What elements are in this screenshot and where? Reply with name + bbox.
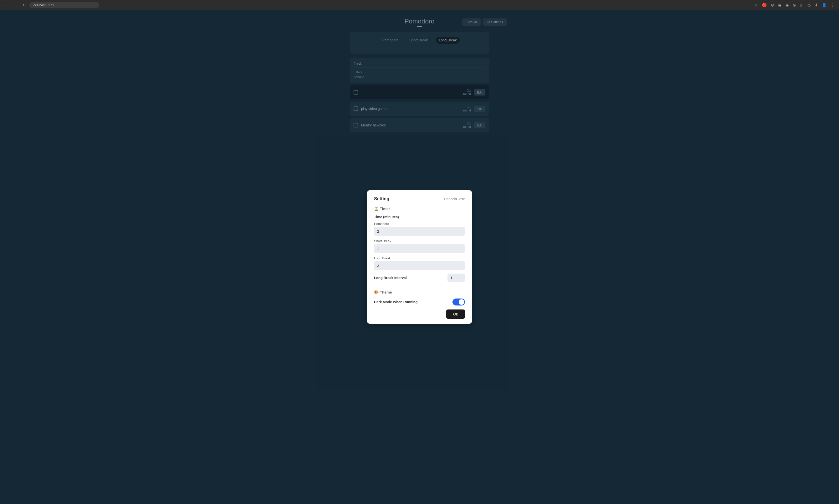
address-bar[interactable]: [29, 2, 99, 8]
cancel-close-button[interactable]: Cancel/Close: [444, 197, 465, 201]
reload-button[interactable]: ↻: [21, 2, 27, 8]
download-icon[interactable]: ⬇: [813, 2, 819, 8]
profile-icon[interactable]: 👤: [821, 2, 828, 8]
section-divider: [374, 286, 465, 286]
menu-icon[interactable]: ⋮: [829, 2, 836, 8]
bookmark-icon[interactable]: ☆: [753, 2, 759, 8]
toggle-track: [452, 299, 465, 306]
extension-5-icon[interactable]: ⊗: [791, 2, 797, 8]
ok-button[interactable]: Ok: [446, 309, 465, 319]
long-break-label: Long Break: [374, 256, 465, 260]
time-minutes-label: Time (minutes): [374, 215, 465, 219]
pomodoro-input[interactable]: [374, 227, 465, 236]
forward-button[interactable]: →: [12, 2, 19, 8]
short-break-input[interactable]: [374, 244, 465, 253]
pomodoro-label: Pomodoro: [374, 222, 465, 226]
extension-3-icon[interactable]: ◉: [777, 2, 783, 8]
browser-toolbar: ☆ 🔴 ⊙ ◉ ◈ ⊗ ◫ ◇ ⬇ 👤 ⋮: [753, 2, 836, 8]
dialog-footer: Ok: [374, 309, 465, 319]
extension-6-icon[interactable]: ◫: [799, 2, 805, 8]
long-break-interval-row: Long Break Interval: [374, 274, 465, 282]
browser-chrome: ← → ↻ ☆ 🔴 ⊙ ◉ ◈ ⊗ ◫ ◇ ⬇ 👤 ⋮: [0, 0, 839, 10]
extension-4-icon[interactable]: ◈: [784, 2, 790, 8]
long-break-interval-label: Long Break Interval: [374, 276, 407, 280]
theme-section-heading: 🎨 Theme: [374, 290, 465, 294]
extension-2-icon[interactable]: ⊙: [770, 2, 775, 8]
dark-mode-row: Dark Mode When Running: [374, 299, 465, 306]
short-break-label: Short Break: [374, 239, 465, 243]
long-break-interval-input[interactable]: [447, 274, 465, 282]
dialog-header: Setting Cancel/Close: [374, 196, 465, 201]
timer-section-heading: ⏳ Timer: [374, 206, 465, 211]
long-break-input[interactable]: [374, 262, 465, 270]
back-button[interactable]: ←: [3, 2, 10, 8]
short-break-input-group: Short Break: [374, 239, 465, 253]
settings-dialog: Setting Cancel/Close ⏳ Timer Time (minut…: [367, 190, 472, 324]
dialog-title: Setting: [374, 196, 389, 201]
dark-mode-label: Dark Mode When Running: [374, 300, 417, 304]
extension-7-icon[interactable]: ◇: [806, 2, 812, 8]
long-break-input-group: Long Break: [374, 256, 465, 270]
extension-1-icon[interactable]: 🔴: [760, 2, 768, 8]
dialog-overlay: Setting Cancel/Close ⏳ Timer Time (minut…: [0, 10, 839, 504]
pomodoro-input-group: Pomodoro: [374, 222, 465, 236]
toggle-thumb: [459, 299, 464, 305]
dark-mode-toggle[interactable]: [452, 299, 465, 306]
